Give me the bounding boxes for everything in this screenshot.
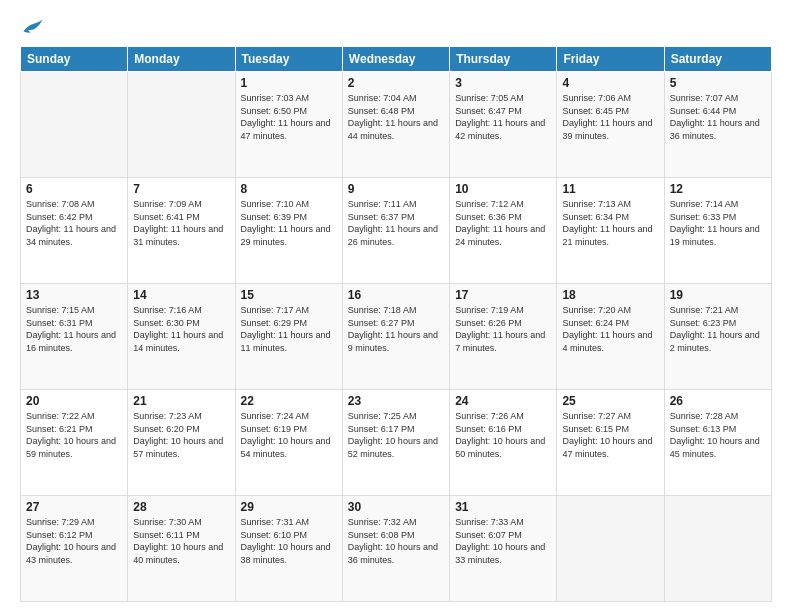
calendar-cell: 27Sunrise: 7:29 AMSunset: 6:12 PMDayligh… (21, 496, 128, 602)
calendar-cell: 31Sunrise: 7:33 AMSunset: 6:07 PMDayligh… (450, 496, 557, 602)
calendar-cell: 21Sunrise: 7:23 AMSunset: 6:20 PMDayligh… (128, 390, 235, 496)
logo-bird-icon (22, 18, 44, 36)
calendar-cell (664, 496, 771, 602)
weekday-row: SundayMondayTuesdayWednesdayThursdayFrid… (21, 47, 772, 72)
calendar-cell: 26Sunrise: 7:28 AMSunset: 6:13 PMDayligh… (664, 390, 771, 496)
calendar-cell: 4Sunrise: 7:06 AMSunset: 6:45 PMDaylight… (557, 72, 664, 178)
calendar-cell: 29Sunrise: 7:31 AMSunset: 6:10 PMDayligh… (235, 496, 342, 602)
day-number: 18 (562, 288, 658, 302)
day-info: Sunrise: 7:29 AMSunset: 6:12 PMDaylight:… (26, 516, 122, 566)
day-number: 16 (348, 288, 444, 302)
day-number: 22 (241, 394, 337, 408)
calendar-cell: 16Sunrise: 7:18 AMSunset: 6:27 PMDayligh… (342, 284, 449, 390)
day-number: 26 (670, 394, 766, 408)
weekday-header-thursday: Thursday (450, 47, 557, 72)
day-number: 6 (26, 182, 122, 196)
day-number: 12 (670, 182, 766, 196)
calendar-cell: 14Sunrise: 7:16 AMSunset: 6:30 PMDayligh… (128, 284, 235, 390)
calendar-cell: 13Sunrise: 7:15 AMSunset: 6:31 PMDayligh… (21, 284, 128, 390)
day-info: Sunrise: 7:32 AMSunset: 6:08 PMDaylight:… (348, 516, 444, 566)
day-number: 9 (348, 182, 444, 196)
day-info: Sunrise: 7:18 AMSunset: 6:27 PMDaylight:… (348, 304, 444, 354)
weekday-header-tuesday: Tuesday (235, 47, 342, 72)
day-info: Sunrise: 7:04 AMSunset: 6:48 PMDaylight:… (348, 92, 444, 142)
day-info: Sunrise: 7:16 AMSunset: 6:30 PMDaylight:… (133, 304, 229, 354)
day-info: Sunrise: 7:22 AMSunset: 6:21 PMDaylight:… (26, 410, 122, 460)
logo (20, 18, 44, 36)
week-row-3: 13Sunrise: 7:15 AMSunset: 6:31 PMDayligh… (21, 284, 772, 390)
day-info: Sunrise: 7:15 AMSunset: 6:31 PMDaylight:… (26, 304, 122, 354)
day-info: Sunrise: 7:19 AMSunset: 6:26 PMDaylight:… (455, 304, 551, 354)
calendar-cell: 20Sunrise: 7:22 AMSunset: 6:21 PMDayligh… (21, 390, 128, 496)
calendar-cell: 2Sunrise: 7:04 AMSunset: 6:48 PMDaylight… (342, 72, 449, 178)
calendar-cell: 28Sunrise: 7:30 AMSunset: 6:11 PMDayligh… (128, 496, 235, 602)
week-row-1: 1Sunrise: 7:03 AMSunset: 6:50 PMDaylight… (21, 72, 772, 178)
day-info: Sunrise: 7:28 AMSunset: 6:13 PMDaylight:… (670, 410, 766, 460)
weekday-header-friday: Friday (557, 47, 664, 72)
day-number: 31 (455, 500, 551, 514)
calendar-cell (128, 72, 235, 178)
day-number: 24 (455, 394, 551, 408)
day-number: 10 (455, 182, 551, 196)
calendar-cell (557, 496, 664, 602)
day-info: Sunrise: 7:27 AMSunset: 6:15 PMDaylight:… (562, 410, 658, 460)
day-number: 23 (348, 394, 444, 408)
header (20, 18, 772, 36)
calendar-cell (21, 72, 128, 178)
day-info: Sunrise: 7:14 AMSunset: 6:33 PMDaylight:… (670, 198, 766, 248)
calendar-cell: 19Sunrise: 7:21 AMSunset: 6:23 PMDayligh… (664, 284, 771, 390)
day-number: 21 (133, 394, 229, 408)
calendar-cell: 12Sunrise: 7:14 AMSunset: 6:33 PMDayligh… (664, 178, 771, 284)
day-info: Sunrise: 7:11 AMSunset: 6:37 PMDaylight:… (348, 198, 444, 248)
day-number: 30 (348, 500, 444, 514)
weekday-header-wednesday: Wednesday (342, 47, 449, 72)
day-number: 29 (241, 500, 337, 514)
calendar-cell: 15Sunrise: 7:17 AMSunset: 6:29 PMDayligh… (235, 284, 342, 390)
calendar-cell: 11Sunrise: 7:13 AMSunset: 6:34 PMDayligh… (557, 178, 664, 284)
day-info: Sunrise: 7:09 AMSunset: 6:41 PMDaylight:… (133, 198, 229, 248)
calendar-cell: 9Sunrise: 7:11 AMSunset: 6:37 PMDaylight… (342, 178, 449, 284)
day-number: 20 (26, 394, 122, 408)
day-info: Sunrise: 7:20 AMSunset: 6:24 PMDaylight:… (562, 304, 658, 354)
calendar-cell: 22Sunrise: 7:24 AMSunset: 6:19 PMDayligh… (235, 390, 342, 496)
calendar-cell: 6Sunrise: 7:08 AMSunset: 6:42 PMDaylight… (21, 178, 128, 284)
day-number: 14 (133, 288, 229, 302)
day-info: Sunrise: 7:33 AMSunset: 6:07 PMDaylight:… (455, 516, 551, 566)
day-info: Sunrise: 7:26 AMSunset: 6:16 PMDaylight:… (455, 410, 551, 460)
day-number: 28 (133, 500, 229, 514)
day-number: 15 (241, 288, 337, 302)
calendar-cell: 17Sunrise: 7:19 AMSunset: 6:26 PMDayligh… (450, 284, 557, 390)
logo-text (20, 18, 44, 36)
day-info: Sunrise: 7:21 AMSunset: 6:23 PMDaylight:… (670, 304, 766, 354)
day-info: Sunrise: 7:30 AMSunset: 6:11 PMDaylight:… (133, 516, 229, 566)
calendar-cell: 30Sunrise: 7:32 AMSunset: 6:08 PMDayligh… (342, 496, 449, 602)
day-number: 13 (26, 288, 122, 302)
day-number: 2 (348, 76, 444, 90)
calendar-header: SundayMondayTuesdayWednesdayThursdayFrid… (21, 47, 772, 72)
day-info: Sunrise: 7:07 AMSunset: 6:44 PMDaylight:… (670, 92, 766, 142)
day-number: 1 (241, 76, 337, 90)
week-row-4: 20Sunrise: 7:22 AMSunset: 6:21 PMDayligh… (21, 390, 772, 496)
day-info: Sunrise: 7:24 AMSunset: 6:19 PMDaylight:… (241, 410, 337, 460)
calendar: SundayMondayTuesdayWednesdayThursdayFrid… (20, 46, 772, 602)
calendar-body: 1Sunrise: 7:03 AMSunset: 6:50 PMDaylight… (21, 72, 772, 602)
day-info: Sunrise: 7:23 AMSunset: 6:20 PMDaylight:… (133, 410, 229, 460)
day-number: 19 (670, 288, 766, 302)
week-row-5: 27Sunrise: 7:29 AMSunset: 6:12 PMDayligh… (21, 496, 772, 602)
weekday-header-monday: Monday (128, 47, 235, 72)
day-info: Sunrise: 7:05 AMSunset: 6:47 PMDaylight:… (455, 92, 551, 142)
day-number: 25 (562, 394, 658, 408)
page: SundayMondayTuesdayWednesdayThursdayFrid… (0, 0, 792, 612)
day-number: 7 (133, 182, 229, 196)
day-info: Sunrise: 7:03 AMSunset: 6:50 PMDaylight:… (241, 92, 337, 142)
day-info: Sunrise: 7:06 AMSunset: 6:45 PMDaylight:… (562, 92, 658, 142)
day-info: Sunrise: 7:10 AMSunset: 6:39 PMDaylight:… (241, 198, 337, 248)
calendar-cell: 25Sunrise: 7:27 AMSunset: 6:15 PMDayligh… (557, 390, 664, 496)
day-info: Sunrise: 7:31 AMSunset: 6:10 PMDaylight:… (241, 516, 337, 566)
day-info: Sunrise: 7:08 AMSunset: 6:42 PMDaylight:… (26, 198, 122, 248)
calendar-cell: 24Sunrise: 7:26 AMSunset: 6:16 PMDayligh… (450, 390, 557, 496)
calendar-cell: 10Sunrise: 7:12 AMSunset: 6:36 PMDayligh… (450, 178, 557, 284)
day-info: Sunrise: 7:25 AMSunset: 6:17 PMDaylight:… (348, 410, 444, 460)
calendar-cell: 1Sunrise: 7:03 AMSunset: 6:50 PMDaylight… (235, 72, 342, 178)
day-info: Sunrise: 7:12 AMSunset: 6:36 PMDaylight:… (455, 198, 551, 248)
